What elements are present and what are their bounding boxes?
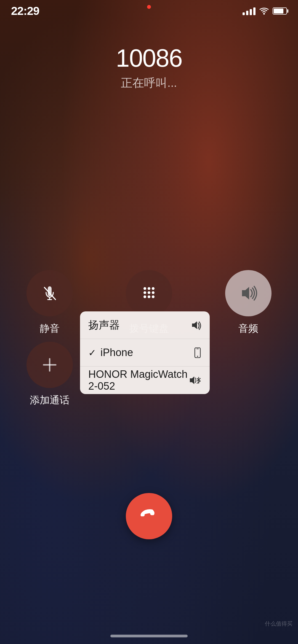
- mute-label: 静音: [40, 322, 60, 335]
- status-time: 22:29: [11, 4, 39, 18]
- dropdown-honor-label: HONOR MagicWatch 2-052: [88, 368, 189, 392]
- end-call-container: [126, 493, 172, 539]
- svg-point-11: [148, 295, 150, 298]
- svg-point-5: [148, 287, 150, 290]
- keypad-button[interactable]: [126, 270, 172, 316]
- svg-point-8: [148, 291, 150, 294]
- svg-point-7: [143, 291, 146, 294]
- svg-point-6: [152, 287, 155, 290]
- svg-point-0: [263, 13, 265, 15]
- audio-label: 音频: [238, 322, 258, 335]
- svg-point-12: [152, 295, 155, 298]
- svg-point-9: [152, 291, 155, 294]
- dropdown-iphone-label: iPhone: [100, 347, 194, 359]
- audio-control: 音频: [221, 270, 276, 335]
- dropdown-speaker-label: 扬声器: [88, 318, 191, 332]
- end-call-button[interactable]: [126, 493, 172, 539]
- add-call-control: 添加通话: [22, 342, 77, 407]
- checkmark-icon: ✓: [88, 347, 96, 358]
- svg-point-17: [197, 356, 198, 357]
- speaker-icon: [191, 320, 201, 330]
- status-icons: [243, 7, 287, 15]
- mute-button[interactable]: [26, 270, 73, 316]
- audio-dropdown: 扬声器 ✓ iPhone HONOR MagicWatch 2-052: [80, 311, 210, 394]
- add-call-button[interactable]: [26, 342, 73, 388]
- wifi-icon: [259, 7, 269, 15]
- dropdown-item-honor[interactable]: HONOR MagicWatch 2-052: [80, 367, 210, 394]
- call-info: 10086 正在呼叫...: [0, 44, 298, 91]
- svg-point-4: [143, 287, 146, 290]
- svg-point-10: [143, 295, 146, 298]
- add-call-label: 添加通话: [30, 394, 70, 407]
- call-number: 10086: [0, 44, 298, 72]
- phone-device-icon: [194, 347, 201, 358]
- battery-icon: [273, 7, 287, 15]
- bluetooth-speaker-icon: [189, 375, 201, 386]
- call-status: 正在呼叫...: [0, 75, 298, 91]
- audio-button[interactable]: [225, 270, 272, 316]
- signal-icon: [243, 7, 256, 15]
- status-bar: 22:29: [0, 0, 298, 22]
- dropdown-item-iphone[interactable]: ✓ iPhone: [80, 339, 210, 367]
- home-indicator: [110, 635, 188, 637]
- battery-fill: [274, 9, 283, 14]
- watermark: 什么值得买: [265, 620, 292, 627]
- mute-control: 静音: [22, 270, 77, 335]
- dropdown-item-speaker[interactable]: 扬声器: [80, 311, 210, 339]
